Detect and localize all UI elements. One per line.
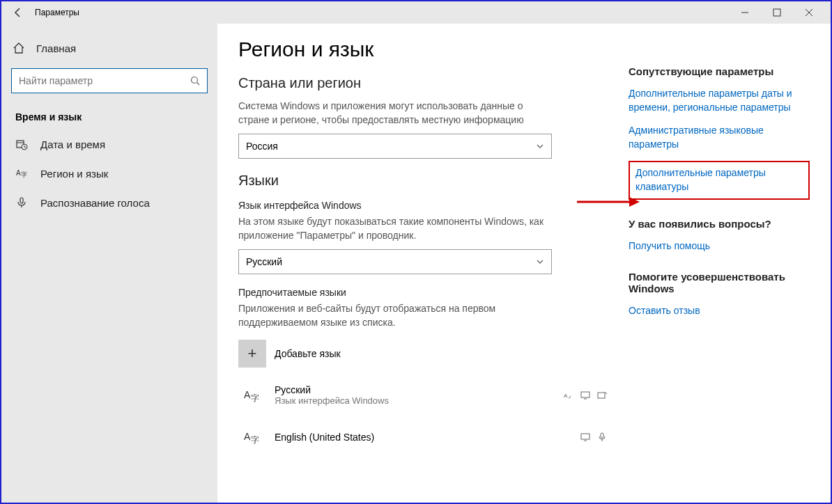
sidebar-section-title: Время и язык [6, 104, 213, 129]
titlebar: Параметры [1, 1, 831, 24]
link-feedback[interactable]: Оставить отзыв [629, 304, 810, 318]
preferred-lang-desc: Приложения и веб-сайты будут отображатьс… [238, 302, 552, 329]
link-date-time-settings[interactable]: Дополнительные параметры даты и времени,… [629, 87, 810, 114]
sidebar-item-region-language[interactable]: A字 Регион и язык [6, 159, 213, 188]
svg-rect-21 [598, 393, 605, 398]
language-icon: A字 [15, 167, 29, 180]
spellcheck-icon: A✓ [563, 390, 574, 401]
svg-text:A: A [244, 431, 251, 442]
sidebar-item-speech[interactable]: Распознавание голоса [6, 188, 213, 217]
language-item-english[interactable]: A字 English (United States) [238, 423, 608, 451]
language-feature-icons [580, 432, 608, 443]
language-subtitle: Язык интерфейса Windows [275, 395, 563, 406]
sidebar-item-label: Дата и время [40, 139, 105, 150]
display-lang-value: Русский [246, 256, 282, 267]
svg-text:字: 字 [251, 435, 259, 445]
add-language-button[interactable]: + Добавьте язык [238, 340, 608, 368]
svg-text:字: 字 [251, 393, 259, 403]
home-icon [13, 42, 26, 54]
chevron-down-icon [536, 142, 544, 150]
svg-text:字: 字 [21, 171, 27, 178]
language-name: Русский [275, 384, 563, 395]
language-item-russian[interactable]: A字 Русский Язык интерфейса Windows A✓ [238, 381, 608, 409]
language-glyph-icon: A字 [238, 423, 266, 451]
microphone-icon [15, 196, 29, 209]
minimize-button[interactable] [729, 1, 761, 24]
svg-rect-26 [601, 433, 603, 438]
link-get-help[interactable]: Получить помощь [629, 239, 810, 253]
languages-heading: Языки [238, 173, 608, 189]
display-lang-label: Язык интерфейса Windows [238, 200, 608, 211]
link-admin-language-settings[interactable]: Административные языковые параметры [629, 124, 810, 151]
language-name: English (United States) [275, 432, 580, 443]
plus-icon: + [238, 340, 266, 368]
svg-point-4 [192, 77, 198, 84]
svg-rect-1 [773, 9, 780, 16]
language-glyph-icon: A字 [238, 381, 266, 409]
close-button[interactable] [793, 1, 825, 24]
highlighted-link-box: Дополнительные параметры клавиатуры [629, 161, 810, 199]
voice-icon [596, 432, 608, 443]
display-lang-dropdown[interactable]: Русский [238, 249, 552, 274]
back-button[interactable] [7, 1, 29, 24]
search-icon [190, 76, 200, 86]
related-heading: Сопутствующие параметры [629, 65, 810, 77]
handwriting-icon [596, 390, 608, 401]
search-box[interactable] [11, 68, 208, 93]
svg-text:A: A [244, 389, 251, 400]
svg-text:A: A [16, 169, 21, 177]
sidebar-item-label: Распознавание голоса [40, 197, 150, 209]
maximize-button[interactable] [761, 1, 793, 24]
svg-rect-24 [581, 434, 590, 439]
window-title: Параметры [35, 8, 79, 17]
sidebar: Главная Время и язык Дата и время A字 Рег… [1, 24, 217, 503]
region-description: Система Windows и приложения могут испол… [238, 100, 552, 127]
search-input[interactable] [19, 75, 190, 86]
calendar-clock-icon [15, 138, 29, 150]
svg-rect-13 [20, 198, 23, 203]
home-label: Главная [36, 42, 76, 54]
display-icon [580, 390, 591, 401]
page-title: Регион и язык [238, 38, 608, 61]
add-language-label: Добавьте язык [275, 348, 341, 359]
display-lang-desc: На этом языке будут показываться такие к… [238, 215, 552, 242]
region-dropdown[interactable]: Россия [238, 134, 552, 159]
link-keyboard-settings[interactable]: Дополнительные параметры клавиатуры [635, 166, 803, 194]
svg-rect-19 [581, 392, 590, 397]
questions-heading: У вас появились вопросы? [629, 218, 810, 230]
region-heading: Страна или регион [238, 75, 608, 91]
region-value: Россия [246, 141, 278, 152]
improve-heading: Помогите усовершенствовать Windows [629, 271, 810, 294]
sidebar-item-label: Регион и язык [40, 168, 108, 180]
main-content: Регион и язык Страна или регион Система … [238, 38, 608, 489]
sidebar-item-date-time[interactable]: Дата и время [6, 129, 213, 159]
preferred-lang-heading: Предпочитаемые языки [238, 287, 608, 298]
related-pane: Сопутствующие параметры Дополнительные п… [629, 38, 810, 489]
language-feature-icons: A✓ [563, 390, 608, 401]
svg-text:✓: ✓ [568, 395, 572, 400]
svg-line-5 [197, 83, 200, 86]
display-icon [580, 432, 591, 443]
home-nav[interactable]: Главная [6, 35, 213, 61]
chevron-down-icon [536, 258, 544, 266]
